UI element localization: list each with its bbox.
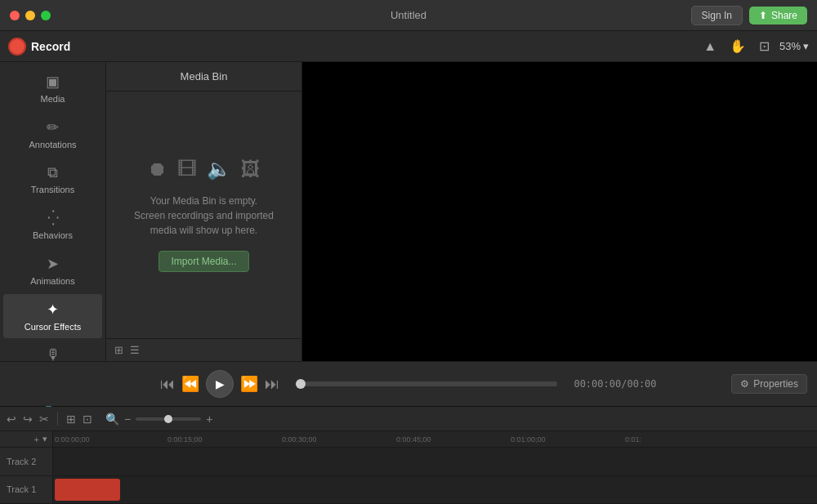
transitions-icon: ⧉	[47, 164, 58, 181]
timeline-labels: + ▾ Track 2 Track 1	[0, 431, 53, 504]
toolbar: Record ▲ ✋ ⊡ 53% ▾	[0, 31, 817, 62]
titlebar: Untitled Sign In ⬆ Share	[0, 0, 817, 31]
play-button[interactable]: ▶	[206, 370, 234, 398]
timeline-content: 0:00:00;00 0:00:15;00 0:00:30;00 0:00:45…	[53, 431, 817, 504]
chevron-down-icon: ▾	[42, 434, 47, 444]
media-bin-header: Media Bin	[106, 62, 301, 91]
record-media-icon: ⏺	[148, 158, 167, 181]
sidebar-item-behaviors[interactable]: ⁛ Behaviors	[3, 203, 102, 247]
ruler-mark-0: 0:00:00;00	[55, 435, 90, 444]
zoom-slider[interactable]	[136, 417, 201, 421]
progress-handle[interactable]	[296, 379, 306, 389]
preview-area	[302, 62, 817, 361]
sidebar-item-transitions[interactable]: ⧉ Transitions	[3, 158, 102, 201]
sidebar-item-annotations[interactable]: ✏ Annotations	[3, 112, 102, 156]
media-bin-footer: ⊞ ☰	[106, 338, 301, 361]
hand-tool[interactable]: ✋	[726, 37, 749, 56]
minimize-button[interactable]	[25, 11, 35, 20]
share-button[interactable]: ⬆ Share	[749, 7, 807, 25]
properties-button[interactable]: ⚙ Properties	[731, 374, 807, 394]
window-title: Untitled	[391, 9, 426, 21]
signin-button[interactable]: Sign In	[691, 6, 743, 25]
play-icon: ▶	[216, 377, 225, 390]
zoom-plus-icon: +	[206, 413, 212, 426]
playback-bar: ⏮ ⏪ ▶ ⏩ ⏭ 00:00:00/00:00 ⚙ Properties	[0, 361, 817, 406]
titlebar-actions: Sign In ⬆ Share	[691, 6, 807, 25]
redo-button[interactable]: ↪	[23, 413, 33, 426]
timeline-section: ↩ ↪ ✂ ⊞ ⊡ 🔍 − + + ▾ Track 2	[0, 406, 817, 504]
ruler-mark-3: 0:00:45;00	[396, 435, 431, 444]
content-area: Media Bin ⏺ 🎞 🔈 🖼 Your Media Bin is empt…	[106, 62, 817, 361]
track-label-2: Track 2	[0, 448, 52, 476]
separator	[57, 413, 58, 426]
add-track-button[interactable]: + ▾	[34, 434, 47, 444]
sidebar: ▣ Media ✏ Annotations ⧉ Transitions ⁛ Be…	[0, 62, 106, 361]
media-bin: Media Bin ⏺ 🎞 🔈 🖼 Your Media Bin is empt…	[106, 62, 302, 361]
list-view-icon[interactable]: ☰	[130, 344, 140, 356]
zoom-thumb	[164, 415, 172, 423]
zoom-control[interactable]: 53% ▾	[779, 40, 809, 52]
image-icon: 🖼	[241, 158, 261, 181]
pointer-tool[interactable]: ▲	[700, 38, 720, 56]
undo-button[interactable]: ↩	[7, 413, 16, 426]
skip-forward-button[interactable]: ⏭	[265, 376, 279, 393]
close-button[interactable]	[10, 11, 20, 20]
sidebar-item-cursor-effects[interactable]: ✦ Cursor Effects	[3, 294, 102, 338]
timecode: 00:00:00/00:00	[574, 378, 656, 390]
main-layout: ▣ Media ✏ Annotations ⧉ Transitions ⁛ Be…	[0, 62, 817, 361]
cut-button[interactable]: ✂	[39, 413, 49, 426]
track-label-1: Track 1	[0, 476, 52, 505]
film-icon: 🎞	[177, 158, 197, 181]
skip-back-button[interactable]: ⏮	[160, 376, 175, 393]
timeline-tracks: + ▾ Track 2 Track 1 0:00:00;00 0:00:15;0…	[0, 431, 817, 504]
add-track-label: +	[34, 435, 39, 444]
import-media-button[interactable]: Import Media...	[158, 251, 248, 272]
step-forward-button[interactable]: ⏩	[240, 375, 258, 393]
toolbar-tools: ▲ ✋ ⊡ 53% ▾	[700, 37, 809, 56]
gear-icon: ⚙	[740, 378, 749, 390]
ruler-mark-2: 0:00:30;00	[282, 435, 317, 444]
zoom-dropdown[interactable]: 53% ▾	[779, 40, 809, 52]
animations-icon: ➤	[47, 255, 59, 273]
sidebar-item-media[interactable]: ▣ Media	[3, 66, 102, 110]
ruler-mark-5: 0:01:	[625, 435, 641, 444]
zoom-out-icon[interactable]: 🔍	[105, 413, 119, 426]
zoom-minus-icon: −	[124, 413, 131, 426]
behaviors-icon: ⁛	[47, 209, 59, 227]
track-2-content	[53, 448, 817, 476]
annotations-icon: ✏	[47, 118, 59, 136]
sidebar-item-animations[interactable]: ➤ Animations	[3, 248, 102, 292]
footer-actions: ⊞ ☰	[114, 344, 140, 356]
media-bin-icons: ⏺ 🎞 🔈 🖼	[148, 158, 261, 181]
media-icon: ▣	[46, 73, 60, 91]
ruler-mark-4: 0:01:00;00	[511, 435, 546, 444]
chevron-down-icon: ▾	[803, 40, 809, 52]
playback-controls: ⏮ ⏪ ▶ ⏩ ⏭	[160, 370, 279, 398]
progress-bar[interactable]	[296, 381, 557, 386]
timeline-zoom: 🔍 − +	[105, 413, 212, 426]
track-1-content	[53, 476, 817, 505]
trim-button[interactable]: ⊡	[83, 413, 92, 426]
split-button[interactable]: ⊞	[66, 413, 76, 426]
ruler-mark-1: 0:00:15;00	[167, 435, 203, 444]
track-add-area: + ▾	[0, 431, 52, 448]
track-clip[interactable]	[55, 479, 120, 502]
maximize-button[interactable]	[41, 11, 51, 20]
media-bin-body: ⏺ 🎞 🔈 🖼 Your Media Bin is empty.Screen r…	[106, 91, 301, 338]
traffic-lights	[10, 11, 51, 20]
speaker-icon: 🔈	[207, 158, 231, 181]
grid-view-icon[interactable]: ⊞	[114, 344, 123, 356]
step-back-button[interactable]: ⏪	[181, 375, 199, 393]
crop-tool[interactable]: ⊡	[756, 37, 773, 56]
share-icon: ⬆	[759, 10, 767, 21]
record-button[interactable]: Record	[8, 38, 70, 56]
record-icon	[8, 38, 26, 56]
timeline-ruler: 0:00:00;00 0:00:15;00 0:00:30;00 0:00:45…	[53, 431, 817, 448]
cursor-effects-icon: ✦	[47, 301, 59, 319]
media-bin-empty-text: Your Media Bin is empty.Screen recording…	[134, 194, 274, 238]
timeline-toolbar: ↩ ↪ ✂ ⊞ ⊡ 🔍 − +	[0, 407, 817, 431]
